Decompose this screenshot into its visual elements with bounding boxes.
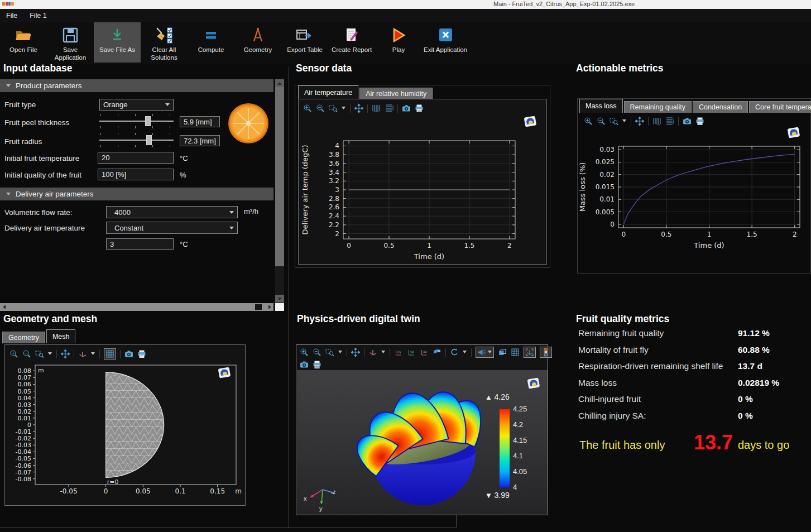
scroll-right-button[interactable] <box>266 303 273 311</box>
print-icon[interactable] <box>695 117 704 126</box>
compute-button[interactable]: Compute <box>188 22 234 63</box>
perspective-icon[interactable] <box>433 348 442 357</box>
zoom-in-icon[interactable] <box>9 349 18 358</box>
zoom-extents-icon[interactable] <box>61 349 70 358</box>
zoom-box-icon[interactable] <box>35 349 44 358</box>
print-icon[interactable] <box>137 349 146 358</box>
snapshot-icon[interactable] <box>683 117 692 126</box>
view-xz-icon[interactable] <box>420 348 429 357</box>
chevron-down-icon[interactable] <box>91 352 95 356</box>
snapshot-icon[interactable] <box>402 104 411 113</box>
grid-icon[interactable] <box>511 348 520 357</box>
zoom-in-icon[interactable] <box>303 104 312 113</box>
mass-loss-chart[interactable]: 00.511.5200.0050.010.0150.020.0250.03Tim… <box>578 140 808 251</box>
axis-orientation-icon[interactable] <box>368 348 377 357</box>
chevron-down-icon[interactable] <box>381 351 386 354</box>
scroll-down-button[interactable] <box>275 295 284 303</box>
scroll-up-button[interactable] <box>275 79 284 87</box>
print-icon[interactable] <box>415 104 424 113</box>
menu-file[interactable]: File <box>0 12 23 20</box>
fruit-radius-slider[interactable] <box>99 133 174 147</box>
axis-orientation-icon[interactable] <box>78 349 87 358</box>
scroll-left-button[interactable] <box>0 303 8 311</box>
scrollbar-thumb[interactable] <box>255 304 262 310</box>
scene-light-toggle[interactable] <box>476 347 494 358</box>
fruit-type-select[interactable]: Orange <box>99 99 174 111</box>
delivery-air-temperature-select[interactable]: Constant <box>106 222 238 234</box>
svg-text:0.05: 0.05 <box>18 388 32 395</box>
zoom-out-icon[interactable] <box>22 349 31 358</box>
svg-text:2: 2 <box>507 242 512 250</box>
fruit-peel-thickness-slider[interactable] <box>99 114 174 128</box>
chevron-down-icon[interactable] <box>622 119 627 123</box>
save-file-as-button[interactable]: Save File As <box>94 22 141 63</box>
zoom-in-icon[interactable] <box>300 348 309 357</box>
initial-fruit-temperature-input[interactable]: 20 <box>98 152 174 164</box>
chevron-down-icon[interactable] <box>338 351 343 354</box>
chevron-down-icon[interactable] <box>463 351 467 354</box>
y-axis-grid-icon[interactable] <box>665 117 674 126</box>
zoom-extents-icon[interactable] <box>354 104 363 113</box>
chevron-down-icon[interactable] <box>48 352 52 356</box>
zoom-in-icon[interactable] <box>584 117 593 126</box>
snapshot-icon[interactable] <box>124 349 133 358</box>
snapshot-icon[interactable] <box>300 360 309 369</box>
fruit-peel-thickness-value[interactable]: 5.9 [mm] <box>180 116 220 127</box>
exit-application-button[interactable]: Exit Application <box>422 22 469 63</box>
zoom-out-icon[interactable] <box>316 104 325 113</box>
view-yz-icon[interactable] <box>407 348 416 357</box>
digital-twin-3d-view[interactable]: ▲ 4.26 4.25 4.2 4.15 4.1 4.05 4 ▼ 3.99 x <box>297 370 548 515</box>
mesh-chart[interactable]: r=0-0.0500.050.10.150.080.070.060.050.04… <box>6 362 244 504</box>
tab-condensation[interactable]: Condensation <box>693 101 748 113</box>
chevron-down-icon[interactable] <box>342 107 346 110</box>
play-button[interactable]: Play <box>375 22 422 63</box>
save-application-button[interactable]: Save Application <box>47 22 94 63</box>
zoom-box-icon[interactable] <box>329 104 338 113</box>
zoom-out-icon[interactable] <box>597 117 606 126</box>
initial-quality-input[interactable]: 100 [%] <box>98 169 174 180</box>
zoom-box-icon[interactable] <box>610 117 618 126</box>
rotate-icon[interactable] <box>450 348 459 357</box>
slider-thumb[interactable] <box>145 116 151 126</box>
geometry-button[interactable]: Geometry <box>234 22 281 63</box>
comsol-logo-button[interactable] <box>786 126 801 140</box>
clear-all-solutions-button[interactable]: Clear All Solutions <box>141 22 188 63</box>
delivery-air-temp-value-input[interactable]: 3 <box>106 238 174 250</box>
colorbar-toggle[interactable] <box>540 347 552 358</box>
x-axis-grid-icon[interactable] <box>652 117 661 126</box>
grid-toggle[interactable] <box>104 348 116 360</box>
tab-mesh[interactable]: Mesh <box>46 329 76 343</box>
tab-mass-loss[interactable]: Mass loss <box>579 99 623 113</box>
comsol-logo-button[interactable] <box>526 377 541 390</box>
delivery-air-parameters-header[interactable]: Delivery air parameters <box>0 188 273 200</box>
axis-box-toggle[interactable] <box>524 347 536 358</box>
zoom-extents-icon[interactable] <box>635 117 644 126</box>
y-axis-grid-icon[interactable] <box>385 104 393 113</box>
x-axis-grid-icon[interactable] <box>372 104 381 113</box>
slider-thumb[interactable] <box>146 135 152 145</box>
tab-core-fruit-temperature[interactable]: Core fruit temperature <box>749 101 811 113</box>
scene-icon[interactable] <box>498 348 507 357</box>
fruit-radius-value[interactable]: 72.3 [mm] <box>180 135 220 146</box>
menu-file-1[interactable]: File 1 <box>23 12 53 20</box>
create-report-button[interactable]: Create Report <box>328 22 375 63</box>
export-table-button[interactable]: Export Table <box>281 22 328 63</box>
tab-air-relative-humidity[interactable]: Air relative humidity <box>359 88 433 99</box>
open-file-button[interactable]: Open File <box>0 22 47 63</box>
horizontal-scrollbar[interactable] <box>0 303 273 311</box>
volumetric-flow-rate-select[interactable]: 4000 <box>106 206 238 218</box>
comsol-logo-button[interactable] <box>217 366 232 380</box>
print-icon[interactable] <box>313 360 321 369</box>
comsol-logo-button[interactable] <box>523 115 538 128</box>
zoom-box-icon[interactable] <box>325 348 334 357</box>
view-xy-icon[interactable] <box>394 348 403 357</box>
vertical-scrollbar[interactable] <box>275 79 284 303</box>
air-temperature-chart[interactable]: 00.511.5222.22.42.62.833.23.43.63.84Time… <box>301 135 544 262</box>
tab-air-temperature[interactable]: Air temperature <box>298 85 358 99</box>
product-parameters-header[interactable]: Product parameters <box>0 79 273 92</box>
tab-remaining-quality[interactable]: Remaining quality <box>624 101 692 113</box>
zoom-out-icon[interactable] <box>313 348 321 357</box>
zoom-extents-icon[interactable] <box>351 348 360 357</box>
tab-geometry[interactable]: Geometry <box>2 332 45 343</box>
scrollbar-thumb[interactable] <box>275 87 284 266</box>
